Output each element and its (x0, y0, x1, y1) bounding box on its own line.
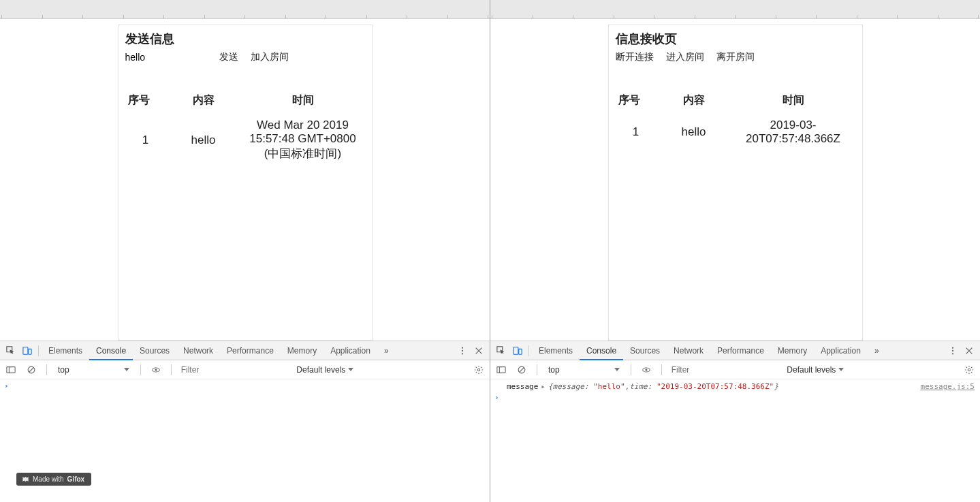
watermark-prefix: Made with (33, 475, 64, 483)
context-select[interactable]: top (54, 365, 133, 375)
console-log-line[interactable]: message ▸ { message: "hello" , time: "20… (490, 381, 980, 392)
svg-rect-5 (7, 366, 15, 373)
expand-icon[interactable]: ▸ (541, 382, 546, 391)
cell-content: hello (657, 117, 731, 147)
svg-point-13 (952, 349, 953, 351)
clear-console-icon[interactable] (513, 362, 530, 378)
send-button[interactable]: 发送 (219, 51, 238, 63)
context-select[interactable]: top (544, 365, 624, 375)
svg-point-12 (952, 347, 953, 348)
prompt-icon: › (4, 381, 9, 390)
log-label: message (507, 382, 538, 391)
col-time: 时间 (731, 91, 855, 117)
col-content: 内容 (657, 91, 731, 117)
filter-input[interactable] (178, 364, 289, 376)
receive-title: 信息接收页 (616, 31, 855, 47)
tab-performance[interactable]: Performance (220, 341, 281, 360)
kebab-icon[interactable] (945, 343, 961, 359)
table-row: 1 hello 2019-03-20T07:57:48.366Z (616, 117, 855, 147)
log-levels-select[interactable]: Default levels (783, 365, 848, 375)
log-source-link[interactable]: message.js:5 (921, 382, 975, 391)
clear-console-icon[interactable] (23, 362, 39, 378)
tab-elements[interactable]: Elements (532, 341, 580, 360)
tab-sources[interactable]: Sources (623, 341, 667, 360)
log-levels-select[interactable]: Default levels (292, 365, 358, 375)
browser-ruler-left (0, 0, 490, 19)
levels-value: Default levels (296, 365, 345, 375)
col-seq: 序号 (616, 91, 657, 117)
log-val-time: "2019-03-20T07:57:48.366Z" (657, 382, 774, 391)
svg-rect-0 (23, 347, 28, 354)
close-icon[interactable] (471, 343, 487, 359)
tab-overflow[interactable]: » (868, 341, 886, 360)
close-icon[interactable] (961, 343, 977, 359)
svg-rect-11 (519, 349, 522, 354)
prompt-icon: › (494, 393, 499, 402)
cell-seq: 1 (125, 117, 166, 163)
levels-value: Default levels (787, 365, 836, 375)
tab-network[interactable]: Network (667, 341, 710, 360)
context-value: top (58, 365, 69, 375)
inspect-icon[interactable] (493, 343, 509, 359)
svg-point-8 (155, 368, 157, 371)
receive-panel: 信息接收页 断开连接 进入房间 离开房间 序号 内容 时间 (608, 25, 863, 341)
send-panel: 发送信息 发送 加入房间 序号 内容 时间 (118, 25, 373, 341)
console-output-right[interactable]: message ▸ { message: "hello" , time: "20… (490, 379, 980, 502)
send-title: 发送信息 (125, 31, 365, 47)
settings-icon[interactable] (961, 362, 977, 378)
log-brace-close: } (774, 382, 778, 391)
enter-room-button[interactable]: 进入房间 (666, 51, 704, 63)
tab-console[interactable]: Console (89, 341, 133, 360)
cell-time: Wed Mar 20 2019 15:57:48 GMT+0800 (中国标准时… (241, 117, 365, 163)
console-sidebar-icon[interactable] (3, 362, 19, 378)
chevron-down-icon (838, 368, 844, 371)
gifox-icon (22, 475, 29, 483)
kebab-icon[interactable] (454, 343, 471, 359)
gifox-watermark: Made with Gifox (16, 473, 91, 486)
svg-point-3 (462, 349, 463, 351)
svg-point-19 (968, 368, 970, 371)
chevron-down-icon (348, 368, 353, 371)
leave-room-button[interactable]: 离开房间 (716, 51, 755, 63)
svg-point-14 (952, 353, 953, 354)
context-value: top (548, 365, 560, 375)
col-time: 时间 (241, 91, 365, 117)
console-sidebar-icon[interactable] (493, 362, 509, 378)
receive-table: 序号 内容 时间 1 hello 2019-03-20T07:57:48.366… (616, 91, 855, 147)
settings-icon[interactable] (471, 362, 487, 378)
disconnect-button[interactable]: 断开连接 (616, 51, 654, 63)
tab-memory[interactable]: Memory (771, 341, 814, 360)
svg-rect-10 (513, 347, 518, 354)
devtools-right: Elements Console Sources Network Perform… (490, 341, 980, 502)
tab-memory[interactable]: Memory (281, 341, 323, 360)
tab-sources[interactable]: Sources (133, 341, 176, 360)
svg-rect-15 (497, 366, 505, 373)
tab-application[interactable]: Application (814, 341, 868, 360)
col-content: 内容 (166, 91, 241, 117)
watermark-brand: Gifox (67, 475, 85, 483)
svg-point-18 (645, 368, 647, 371)
browser-ruler-right (490, 0, 980, 19)
log-comma: , (625, 382, 630, 391)
log-brace: { (548, 382, 553, 391)
tab-application[interactable]: Application (323, 341, 377, 360)
device-toggle-icon[interactable] (19, 343, 35, 359)
inspect-icon[interactable] (3, 343, 19, 359)
log-val-message: "hello" (593, 382, 625, 391)
tab-overflow[interactable]: » (377, 341, 396, 360)
log-key-time: time: (629, 382, 652, 391)
live-expression-icon[interactable] (148, 362, 164, 378)
tab-network[interactable]: Network (176, 341, 220, 360)
message-input[interactable] (125, 51, 207, 63)
table-row: 1 hello Wed Mar 20 2019 15:57:48 GMT+080… (125, 117, 365, 163)
join-room-button[interactable]: 加入房间 (251, 51, 289, 63)
live-expression-icon[interactable] (638, 362, 654, 378)
filter-input[interactable] (669, 364, 779, 376)
device-toggle-icon[interactable] (509, 343, 526, 359)
tab-elements[interactable]: Elements (42, 341, 89, 360)
svg-point-2 (462, 347, 463, 348)
svg-point-9 (477, 368, 480, 371)
cell-time: 2019-03-20T07:57:48.366Z (731, 117, 855, 147)
tab-console[interactable]: Console (580, 341, 623, 360)
tab-performance[interactable]: Performance (710, 341, 771, 360)
